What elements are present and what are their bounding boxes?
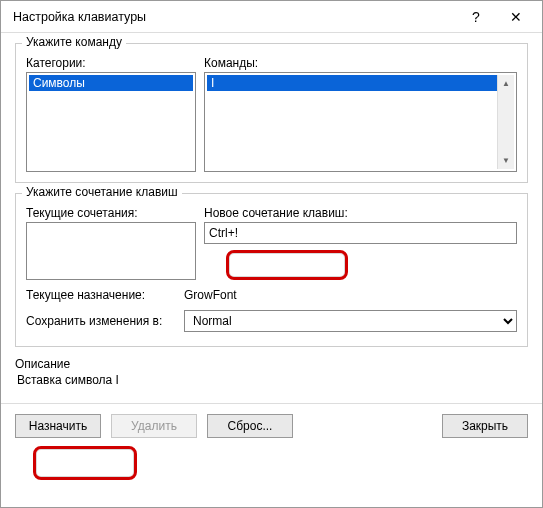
assigned-label: Текущее назначение:: [26, 288, 176, 302]
reset-button[interactable]: Сброс...: [207, 414, 293, 438]
commands-listbox[interactable]: I ▲ ▼: [204, 72, 517, 172]
assign-button[interactable]: Назначить: [15, 414, 101, 438]
save-in-combo[interactable]: Normal: [184, 310, 517, 332]
new-shortcut-label: Новое сочетание клавиш:: [204, 206, 517, 220]
help-icon: ?: [472, 9, 480, 25]
scroll-track[interactable]: [498, 92, 514, 152]
list-item[interactable]: I: [207, 75, 497, 91]
remove-button: Удалить: [111, 414, 197, 438]
categories-label: Категории:: [26, 56, 196, 70]
dialog-content: Укажите команду Категории: Символы Коман…: [1, 33, 542, 397]
save-in-label: Сохранить изменения в:: [26, 314, 176, 328]
categories-listbox[interactable]: Символы: [26, 72, 196, 172]
scroll-down-icon[interactable]: ▼: [498, 152, 514, 169]
annotation-highlight: [33, 446, 137, 480]
group-shortcut: Укажите сочетание клавиш Текущие сочетан…: [15, 193, 528, 347]
close-icon: ✕: [510, 9, 522, 25]
new-shortcut-input[interactable]: Ctrl+!: [204, 222, 517, 244]
button-row: Назначить Удалить Сброс... Закрыть: [1, 403, 542, 438]
titlebar: Настройка клавиатуры ? ✕: [1, 1, 542, 33]
group-shortcut-legend: Укажите сочетание клавиш: [22, 185, 182, 199]
group-command-legend: Укажите команду: [22, 35, 126, 49]
close-dialog-button[interactable]: Закрыть: [442, 414, 528, 438]
assigned-value: GrowFont: [184, 288, 237, 302]
help-button[interactable]: ?: [456, 3, 496, 31]
scroll-up-icon[interactable]: ▲: [498, 75, 514, 92]
current-shortcuts-label: Текущие сочетания:: [26, 206, 196, 220]
close-button[interactable]: ✕: [496, 3, 536, 31]
list-item[interactable]: Символы: [29, 75, 193, 91]
commands-label: Команды:: [204, 56, 517, 70]
window-title: Настройка клавиатуры: [13, 10, 456, 24]
description-title: Описание: [15, 357, 528, 371]
group-command: Укажите команду Категории: Символы Коман…: [15, 43, 528, 183]
description-text: Вставка символа I: [17, 373, 528, 387]
current-shortcuts-listbox[interactable]: [26, 222, 196, 280]
scrollbar[interactable]: ▲ ▼: [497, 75, 514, 169]
